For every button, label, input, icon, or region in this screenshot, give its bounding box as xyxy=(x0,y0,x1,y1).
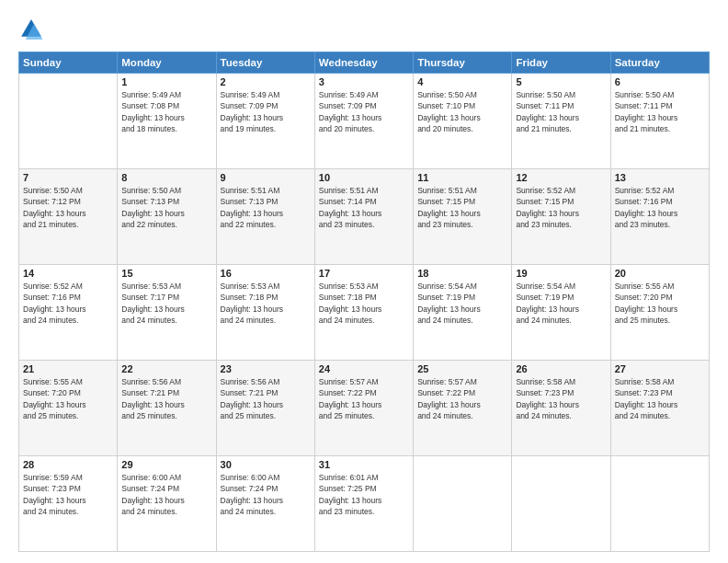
day-number: 23 xyxy=(221,363,311,374)
calendar-cell: 20Sunrise: 5:55 AM Sunset: 7:20 PM Dayli… xyxy=(610,265,709,361)
day-info: Sunrise: 5:58 AM Sunset: 7:23 PM Dayligh… xyxy=(516,376,606,421)
calendar-cell: 25Sunrise: 5:57 AM Sunset: 7:22 PM Dayli… xyxy=(414,361,512,456)
calendar-cell: 14Sunrise: 5:52 AM Sunset: 7:16 PM Dayli… xyxy=(19,265,118,361)
day-number: 5 xyxy=(516,76,606,87)
weekday-saturday: Saturday xyxy=(610,52,709,74)
calendar-cell: 19Sunrise: 5:54 AM Sunset: 7:19 PM Dayli… xyxy=(512,265,610,361)
day-info: Sunrise: 5:57 AM Sunset: 7:22 PM Dayligh… xyxy=(319,376,409,421)
day-number: 24 xyxy=(319,363,409,374)
day-number: 8 xyxy=(121,172,211,183)
calendar-cell: 22Sunrise: 5:56 AM Sunset: 7:21 PM Dayli… xyxy=(118,361,216,456)
calendar-cell: 1Sunrise: 5:49 AM Sunset: 7:08 PM Daylig… xyxy=(118,74,216,169)
day-info: Sunrise: 6:01 AM Sunset: 7:25 PM Dayligh… xyxy=(319,472,409,517)
day-number: 29 xyxy=(121,459,211,470)
calendar-cell: 30Sunrise: 6:00 AM Sunset: 7:24 PM Dayli… xyxy=(216,456,314,552)
weekday-tuesday: Tuesday xyxy=(216,52,314,74)
day-info: Sunrise: 5:52 AM Sunset: 7:16 PM Dayligh… xyxy=(23,281,113,326)
day-info: Sunrise: 6:00 AM Sunset: 7:24 PM Dayligh… xyxy=(121,472,211,517)
weekday-thursday: Thursday xyxy=(414,52,512,74)
day-number: 15 xyxy=(121,268,211,279)
day-number: 30 xyxy=(221,459,311,470)
header xyxy=(18,17,710,42)
day-info: Sunrise: 6:00 AM Sunset: 7:24 PM Dayligh… xyxy=(221,472,311,517)
day-info: Sunrise: 5:51 AM Sunset: 7:14 PM Dayligh… xyxy=(319,185,409,230)
day-number: 28 xyxy=(23,459,113,470)
day-number: 7 xyxy=(23,172,113,183)
day-number: 3 xyxy=(319,76,409,87)
day-info: Sunrise: 5:49 AM Sunset: 7:09 PM Dayligh… xyxy=(319,89,409,134)
day-info: Sunrise: 5:52 AM Sunset: 7:16 PM Dayligh… xyxy=(615,185,705,230)
day-number: 1 xyxy=(121,76,211,87)
day-info: Sunrise: 5:50 AM Sunset: 7:13 PM Dayligh… xyxy=(121,185,211,230)
calendar-cell: 17Sunrise: 5:53 AM Sunset: 7:18 PM Dayli… xyxy=(314,265,413,361)
calendar-cell: 5Sunrise: 5:50 AM Sunset: 7:11 PM Daylig… xyxy=(512,74,610,169)
day-number: 10 xyxy=(319,172,409,183)
day-info: Sunrise: 5:56 AM Sunset: 7:21 PM Dayligh… xyxy=(121,376,211,421)
calendar-cell: 3Sunrise: 5:49 AM Sunset: 7:09 PM Daylig… xyxy=(314,74,413,169)
day-info: Sunrise: 5:53 AM Sunset: 7:18 PM Dayligh… xyxy=(319,281,409,326)
day-info: Sunrise: 5:54 AM Sunset: 7:19 PM Dayligh… xyxy=(516,281,606,326)
day-info: Sunrise: 5:58 AM Sunset: 7:23 PM Dayligh… xyxy=(615,376,705,421)
day-info: Sunrise: 5:53 AM Sunset: 7:18 PM Dayligh… xyxy=(221,281,311,326)
calendar-cell: 26Sunrise: 5:58 AM Sunset: 7:23 PM Dayli… xyxy=(512,361,610,456)
day-number: 26 xyxy=(516,363,606,374)
calendar-cell: 23Sunrise: 5:56 AM Sunset: 7:21 PM Dayli… xyxy=(216,361,314,456)
weekday-monday: Monday xyxy=(118,52,216,74)
day-number: 18 xyxy=(417,268,507,279)
day-info: Sunrise: 5:54 AM Sunset: 7:19 PM Dayligh… xyxy=(417,281,507,326)
calendar-cell: 2Sunrise: 5:49 AM Sunset: 7:09 PM Daylig… xyxy=(216,74,314,169)
day-info: Sunrise: 5:51 AM Sunset: 7:15 PM Dayligh… xyxy=(417,185,507,230)
calendar-cell: 29Sunrise: 6:00 AM Sunset: 7:24 PM Dayli… xyxy=(118,456,216,552)
day-number: 12 xyxy=(516,172,606,183)
day-number: 21 xyxy=(23,363,113,374)
weekday-header-row: SundayMondayTuesdayWednesdayThursdayFrid… xyxy=(19,52,710,74)
calendar-cell: 21Sunrise: 5:55 AM Sunset: 7:20 PM Dayli… xyxy=(19,361,118,456)
calendar-cell: 7Sunrise: 5:50 AM Sunset: 7:12 PM Daylig… xyxy=(19,169,118,265)
day-number: 27 xyxy=(615,363,705,374)
calendar-page: SundayMondayTuesdayWednesdayThursdayFrid… xyxy=(0,0,728,563)
day-info: Sunrise: 5:56 AM Sunset: 7:21 PM Dayligh… xyxy=(221,376,311,421)
calendar-cell xyxy=(19,74,118,169)
calendar-cell: 10Sunrise: 5:51 AM Sunset: 7:14 PM Dayli… xyxy=(314,169,413,265)
day-info: Sunrise: 5:50 AM Sunset: 7:11 PM Dayligh… xyxy=(516,89,606,134)
calendar-cell: 18Sunrise: 5:54 AM Sunset: 7:19 PM Dayli… xyxy=(414,265,512,361)
day-number: 19 xyxy=(516,268,606,279)
day-info: Sunrise: 5:52 AM Sunset: 7:15 PM Dayligh… xyxy=(516,185,606,230)
week-row-2: 14Sunrise: 5:52 AM Sunset: 7:16 PM Dayli… xyxy=(19,265,710,361)
calendar-cell xyxy=(512,456,610,552)
calendar-cell xyxy=(610,456,709,552)
day-info: Sunrise: 5:50 AM Sunset: 7:11 PM Dayligh… xyxy=(615,89,705,134)
calendar-cell: 8Sunrise: 5:50 AM Sunset: 7:13 PM Daylig… xyxy=(118,169,216,265)
weekday-wednesday: Wednesday xyxy=(314,52,413,74)
logo xyxy=(18,17,48,42)
logo-icon xyxy=(18,17,44,42)
week-row-4: 28Sunrise: 5:59 AM Sunset: 7:23 PM Dayli… xyxy=(19,456,710,552)
calendar-cell: 11Sunrise: 5:51 AM Sunset: 7:15 PM Dayli… xyxy=(414,169,512,265)
calendar-cell: 15Sunrise: 5:53 AM Sunset: 7:17 PM Dayli… xyxy=(118,265,216,361)
day-info: Sunrise: 5:53 AM Sunset: 7:17 PM Dayligh… xyxy=(121,281,211,326)
calendar-cell: 13Sunrise: 5:52 AM Sunset: 7:16 PM Dayli… xyxy=(610,169,709,265)
day-number: 31 xyxy=(319,459,409,470)
day-number: 25 xyxy=(417,363,507,374)
day-number: 22 xyxy=(121,363,211,374)
calendar-table: SundayMondayTuesdayWednesdayThursdayFrid… xyxy=(18,52,710,552)
day-number: 11 xyxy=(417,172,507,183)
day-info: Sunrise: 5:59 AM Sunset: 7:23 PM Dayligh… xyxy=(23,472,113,517)
day-info: Sunrise: 5:50 AM Sunset: 7:12 PM Dayligh… xyxy=(23,185,113,230)
day-number: 17 xyxy=(319,268,409,279)
calendar-cell xyxy=(414,456,512,552)
calendar-cell: 4Sunrise: 5:50 AM Sunset: 7:10 PM Daylig… xyxy=(414,74,512,169)
week-row-3: 21Sunrise: 5:55 AM Sunset: 7:20 PM Dayli… xyxy=(19,361,710,456)
day-info: Sunrise: 5:49 AM Sunset: 7:09 PM Dayligh… xyxy=(221,89,311,134)
day-info: Sunrise: 5:55 AM Sunset: 7:20 PM Dayligh… xyxy=(615,281,705,326)
calendar-cell: 27Sunrise: 5:58 AM Sunset: 7:23 PM Dayli… xyxy=(610,361,709,456)
day-number: 20 xyxy=(615,268,705,279)
day-number: 4 xyxy=(417,76,507,87)
day-number: 14 xyxy=(23,268,113,279)
day-number: 2 xyxy=(221,76,311,87)
calendar-cell: 9Sunrise: 5:51 AM Sunset: 7:13 PM Daylig… xyxy=(216,169,314,265)
week-row-0: 1Sunrise: 5:49 AM Sunset: 7:08 PM Daylig… xyxy=(19,74,710,169)
calendar-cell: 24Sunrise: 5:57 AM Sunset: 7:22 PM Dayli… xyxy=(314,361,413,456)
day-info: Sunrise: 5:55 AM Sunset: 7:20 PM Dayligh… xyxy=(23,376,113,421)
calendar-cell: 31Sunrise: 6:01 AM Sunset: 7:25 PM Dayli… xyxy=(314,456,413,552)
